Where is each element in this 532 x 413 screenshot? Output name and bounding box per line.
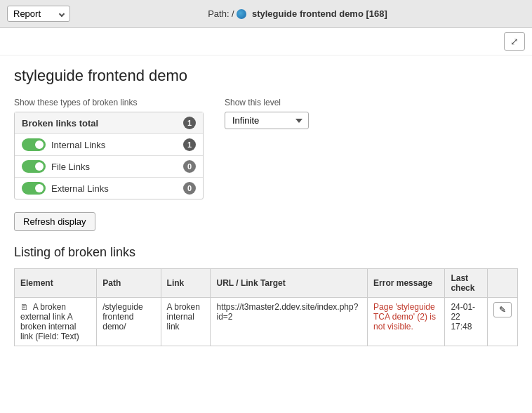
globe-icon [237,9,246,19]
chevron-down-icon [59,11,65,16]
external-links-badge: 0 [183,182,196,195]
share-button[interactable]: ⤢ [504,32,525,51]
external-links-label: External Links [51,183,183,194]
cell-lastcheck: 24-01-22 17:48 [445,298,488,346]
table-header: Element Path Link URL / Link Target Erro… [15,269,518,298]
broken-links-table: Element Path Link URL / Link Target Erro… [14,268,518,346]
share-icon: ⤢ [510,36,519,47]
filter-total-label: Broken links total [22,118,183,129]
level-select[interactable]: Infinite 1 2 3 4 5 [225,112,309,129]
filter-row-external: External Links 0 [15,178,203,199]
level-label: Show this level [225,98,309,107]
col-path: Path [97,269,161,298]
filter-left: Show these types of broken links Broken … [14,98,204,199]
internal-links-label: Internal Links [51,140,183,150]
file-links-slider [22,160,46,173]
col-element: Element [15,269,97,298]
page-name: styleguide frontend demo [168] [252,8,387,19]
topbar: Report Path: / styleguide frontend demo … [0,0,532,28]
report-label: Report [13,8,41,19]
internal-links-toggle[interactable] [22,138,46,151]
level-wrapper: Infinite 1 2 3 4 5 [225,112,309,129]
table-body: 🖹 A broken external link A broken intern… [15,298,518,346]
filter-total-badge: 1 [183,117,196,129]
page-title: styleguide frontend demo [14,67,518,85]
listing-title: Listing of broken links [14,245,518,260]
share-icon-bar: ⤢ [0,28,532,55]
filter-label: Show these types of broken links [14,98,204,107]
internal-links-badge: 1 [183,138,196,151]
external-links-slider [22,182,46,195]
path-text: Path: / [208,8,234,19]
main-content: styleguide frontend demo Show these type… [0,55,532,358]
report-dropdown[interactable]: Report [7,6,70,22]
cell-url: https://t3master2.ddev.site/index.php?id… [211,298,368,346]
filter-table: Broken links total 1 Internal Links 1 [14,112,204,199]
col-link: Link [161,269,211,298]
refresh-display-button[interactable]: Refresh display [14,212,95,231]
col-actions [487,269,517,298]
filter-row-total: Broken links total 1 [15,112,203,134]
path-area: Path: / styleguide frontend demo [168] [70,8,525,20]
internal-links-slider [22,138,46,151]
external-links-toggle[interactable] [22,182,46,195]
file-links-badge: 0 [183,160,196,173]
doc-icon: 🖹 [20,303,28,311]
col-url: URL / Link Target [211,269,368,298]
filter-row-internal: Internal Links 1 [15,134,203,156]
table-row: 🖹 A broken external link A broken intern… [15,298,518,346]
edit-button[interactable]: ✎ [493,302,512,317]
file-links-toggle[interactable] [22,160,46,173]
col-error: Error message [368,269,445,298]
filter-section: Show these types of broken links Broken … [14,98,518,199]
table-header-row: Element Path Link URL / Link Target Erro… [15,269,518,298]
cell-edit: ✎ [487,298,517,346]
filter-right: Show this level Infinite 1 2 3 4 5 [225,98,309,129]
file-links-label: File Links [51,162,183,172]
cell-error: Page 'styleguide TCA demo' (2) is not vi… [368,298,445,346]
cell-element: 🖹 A broken external link A broken intern… [15,298,97,346]
filter-row-file: File Links 0 [15,156,203,178]
cell-path: /styleguide frontend demo/ [97,298,161,346]
cell-link: A broken internal link [161,298,211,346]
col-lastcheck: Last check [445,269,488,298]
